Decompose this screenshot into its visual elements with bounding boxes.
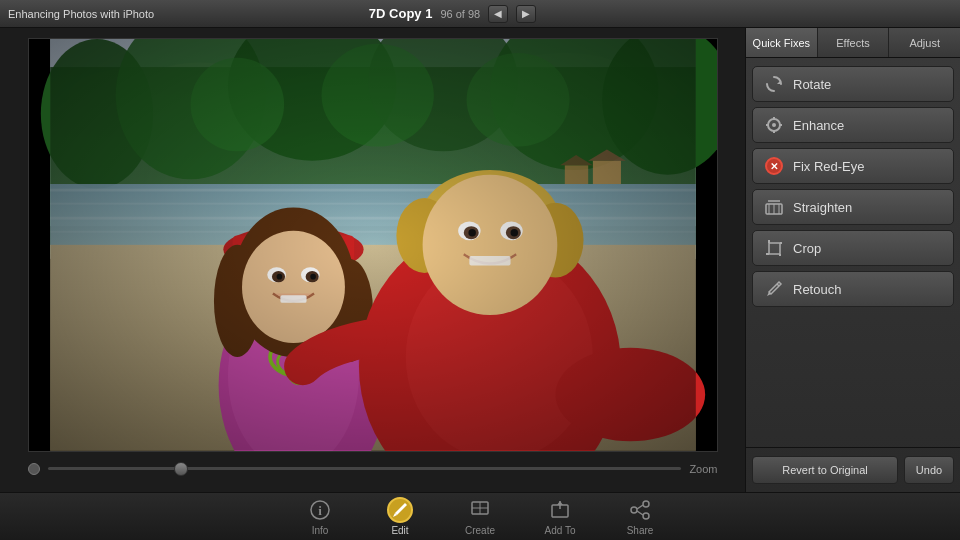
enhance-icon — [763, 114, 785, 136]
svg-point-65 — [772, 123, 776, 127]
toolbar-create-button[interactable]: Create — [440, 493, 520, 541]
tool-straighten[interactable]: Straighten — [752, 189, 954, 225]
svg-point-87 — [643, 513, 649, 519]
retouch-icon — [763, 278, 785, 300]
toolbar-edit-button[interactable]: Edit — [360, 493, 440, 541]
bottom-actions: Revert to Original Undo — [746, 447, 960, 492]
zoom-label: Zoom — [689, 463, 717, 475]
svg-rect-71 — [769, 243, 780, 254]
fix-red-eye-label: Fix Red-Eye — [793, 159, 865, 174]
straighten-icon — [763, 196, 785, 218]
info-icon: i — [307, 497, 333, 523]
zoom-slider[interactable] — [48, 467, 682, 470]
svg-line-88 — [637, 505, 643, 509]
tab-adjust[interactable]: Adjust — [889, 28, 960, 57]
photo-counter: 96 of 98 — [440, 8, 480, 20]
zoom-bar: Zoom — [28, 456, 718, 482]
svg-line-76 — [777, 284, 779, 286]
nav-next[interactable]: ▶ — [516, 5, 536, 23]
app-title: Enhancing Photos with iPhoto — [0, 8, 160, 20]
share-label: Share — [627, 525, 654, 536]
svg-marker-84 — [557, 501, 563, 505]
zoom-circle-small — [28, 463, 40, 475]
top-bar-center: 7D Copy 1 96 of 98 ◀ ▶ — [160, 5, 745, 23]
info-label: Info — [312, 525, 329, 536]
retouch-label: Retouch — [793, 282, 841, 297]
crop-label: Crop — [793, 241, 821, 256]
fix-red-eye-icon: ✕ — [763, 155, 785, 177]
tool-fix-red-eye[interactable]: ✕ Fix Red-Eye — [752, 148, 954, 184]
photo-title: 7D Copy 1 — [369, 6, 433, 21]
svg-point-85 — [643, 501, 649, 507]
photo-canvas — [29, 39, 717, 451]
zoom-slider-thumb[interactable] — [174, 462, 188, 476]
create-icon — [467, 497, 493, 523]
share-icon — [627, 497, 653, 523]
tab-bar: Quick Fixes Effects Adjust — [746, 28, 960, 58]
toolbar-addto-button[interactable]: Add To — [520, 493, 600, 541]
svg-line-89 — [637, 511, 643, 515]
tab-effects[interactable]: Effects — [818, 28, 890, 57]
rotate-icon — [763, 73, 785, 95]
tool-rotate[interactable]: Rotate — [752, 66, 954, 102]
enhance-label: Enhance — [793, 118, 844, 133]
top-bar: Enhancing Photos with iPhoto 7D Copy 1 9… — [0, 0, 960, 28]
svg-text:i: i — [318, 503, 322, 518]
create-label: Create — [465, 525, 495, 536]
main-area: Zoom Quick Fixes Effects Adjust — [0, 28, 960, 492]
revert-button[interactable]: Revert to Original — [752, 456, 898, 484]
toolbar-share-button[interactable]: Share — [600, 493, 680, 541]
crop-icon — [763, 237, 785, 259]
undo-button[interactable]: Undo — [904, 456, 954, 484]
tool-crop[interactable]: Crop — [752, 230, 954, 266]
addto-label: Add To — [545, 525, 576, 536]
toolbar-info-button[interactable]: i Info — [280, 493, 360, 541]
tool-retouch[interactable]: Retouch — [752, 271, 954, 307]
right-panel: Quick Fixes Effects Adjust Rota — [745, 28, 960, 492]
nav-prev[interactable]: ◀ — [488, 5, 508, 23]
photo-area: Zoom — [0, 28, 745, 492]
photo-container — [28, 38, 718, 452]
edit-label: Edit — [391, 525, 408, 536]
bottom-toolbar: i Info Edit Create — [0, 492, 960, 540]
edit-icon — [387, 497, 413, 523]
tool-list: Rotate Enhance — [746, 58, 960, 447]
svg-point-86 — [631, 507, 637, 513]
tool-enhance[interactable]: Enhance — [752, 107, 954, 143]
tab-quick-fixes[interactable]: Quick Fixes — [746, 28, 818, 57]
straighten-label: Straighten — [793, 200, 852, 215]
svg-rect-58 — [50, 39, 696, 451]
addto-icon — [547, 497, 573, 523]
rotate-label: Rotate — [793, 77, 831, 92]
